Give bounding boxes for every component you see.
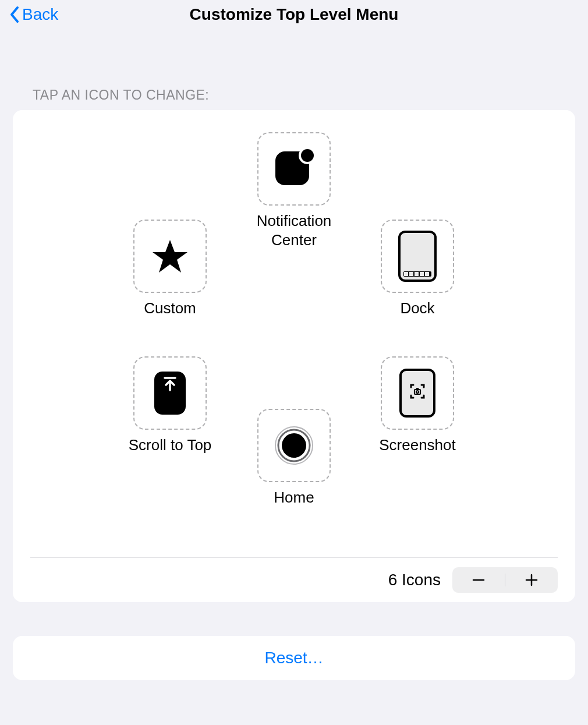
icon-grid: Notification Center Custom (13, 132, 575, 557)
icon-item-screenshot: Screenshot (362, 356, 473, 455)
icon-label: Scroll to Top (115, 436, 225, 455)
icon-item-notification-center: Notification Center (239, 132, 349, 249)
svg-rect-7 (420, 272, 424, 276)
icon-label: Home (239, 488, 349, 507)
icon-slot-scroll-to-top[interactable] (133, 356, 207, 430)
icon-item-custom: Custom (115, 220, 225, 318)
icon-slot-screenshot[interactable] (381, 356, 454, 430)
card-footer: 6 Icons (30, 557, 558, 602)
icon-card: Notification Center Custom (13, 110, 575, 602)
home-icon (274, 425, 314, 466)
icon-count-stepper (452, 567, 558, 593)
nav-bar: Back Customize Top Level Menu (0, 0, 588, 29)
svg-rect-8 (425, 272, 429, 276)
icon-label: Screenshot (362, 436, 473, 455)
back-label: Back (22, 5, 58, 24)
icon-label: Notification Center (239, 211, 349, 249)
svg-point-15 (282, 433, 306, 458)
page-title: Customize Top Level Menu (190, 5, 399, 24)
reset-label: Reset… (264, 649, 323, 667)
section-header: TAP AN ICON TO CHANGE: (33, 87, 588, 103)
reset-button[interactable]: Reset… (13, 636, 575, 680)
icon-slot-dock[interactable] (381, 220, 454, 293)
stepper-increment-button[interactable] (505, 567, 558, 593)
icon-item-home: Home (239, 409, 349, 507)
chevron-left-icon (9, 6, 20, 23)
dock-icon (397, 229, 438, 283)
icon-item-dock: Dock (362, 220, 473, 318)
svg-rect-5 (409, 272, 413, 276)
icon-slot-notification-center[interactable] (257, 132, 331, 206)
icon-slot-custom[interactable] (133, 220, 207, 293)
screenshot-icon (398, 367, 437, 419)
minus-icon (472, 573, 486, 587)
icon-label: Dock (362, 299, 473, 318)
icon-count-label: 6 Icons (388, 571, 441, 589)
scroll-to-top-icon (153, 370, 187, 416)
icon-item-scroll-to-top: Scroll to Top (115, 356, 225, 455)
back-button[interactable]: Back (9, 5, 58, 24)
stepper-decrement-button[interactable] (452, 567, 505, 593)
svg-point-1 (300, 148, 315, 163)
notification-center-icon (271, 146, 317, 192)
icon-label: Custom (115, 299, 225, 318)
plus-icon (525, 573, 539, 587)
icon-slot-home[interactable] (257, 409, 331, 482)
svg-rect-6 (415, 272, 419, 276)
star-icon (151, 238, 189, 275)
svg-rect-4 (404, 272, 408, 276)
